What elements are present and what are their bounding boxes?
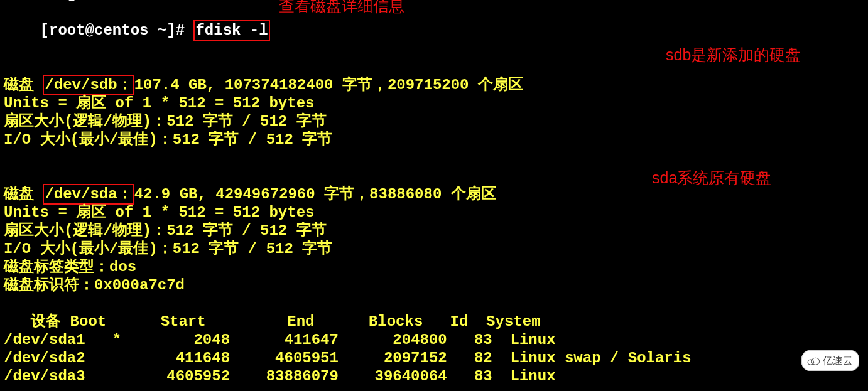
cloud-icon (806, 356, 820, 366)
disk-sda-io: I/O 大小(最小/最佳)：512 字节 / 512 字节 (4, 240, 864, 258)
command-line-2[interactable]: [root@centos ~]# (4, 385, 864, 391)
disk-sda-sector: 扇区大小(逻辑/物理)：512 字节 / 512 字节 (4, 222, 864, 240)
partition-row: /dev/sda3 4605952 83886079 39640064 83 L… (4, 367, 864, 385)
device-sda: /dev/sda： (43, 184, 134, 205)
disk-sdb-io: I/O 大小(最小/最佳)：512 字节 / 512 字节 (4, 131, 864, 149)
disk-sda-identifier: 磁盘标识符：0x000a7c7d (4, 276, 864, 294)
disk-sdb-sector: 扇区大小(逻辑/物理)：512 字节 / 512 字节 (4, 112, 864, 131)
partition-row: /dev/sda1 * 2048 411647 204800 83 Linux (4, 331, 864, 349)
watermark-text: 亿速云 (823, 351, 853, 370)
disk-sdb-units: Units = 扇区 of 1 * 512 = 512 bytes (4, 94, 864, 112)
partition-row: /dev/sda2 411648 4605951 2097152 82 Linu… (4, 349, 864, 367)
shell-prompt: [root@centos ~]# (40, 22, 194, 39)
blank-line-2 (4, 149, 864, 167)
terminal-window[interactable]: Last login: Fri Jun 7 10:30:47 2019 from… (0, 0, 868, 376)
svg-point-1 (811, 358, 819, 365)
disk-sdb-header: 磁盘 /dev/sdb：107.4 GB, 107374182400 字节，20… (4, 76, 864, 94)
partition-header: 设备 Boot Start End Blocks Id System (4, 313, 864, 331)
disk-sda-labeltype: 磁盘标签类型：dos (4, 258, 864, 276)
command-fdisk: fdisk -l (193, 20, 269, 41)
disk-sda-header: 磁盘 /dev/sda：42.9 GB, 42949672960 字节，8388… (4, 185, 864, 203)
disk-sda-units: Units = 扇区 of 1 * 512 = 512 bytes (4, 203, 864, 222)
watermark-badge: 亿速云 (801, 350, 859, 371)
annotation-sdb: sdb是新添加的硬盘 (666, 45, 801, 64)
device-sdb: /dev/sdb： (43, 75, 134, 95)
annotation-command: 查看磁盘详细信息 (279, 0, 404, 15)
blank-line-4 (4, 294, 864, 313)
annotation-sda: sda系统原有硬盘 (652, 168, 771, 187)
